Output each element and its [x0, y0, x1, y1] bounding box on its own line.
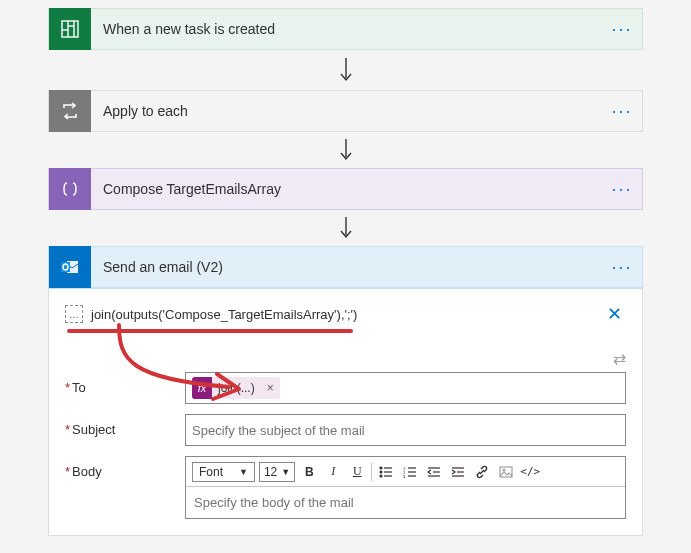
compose-icon — [49, 168, 91, 210]
field-to-label: *To — [65, 372, 185, 395]
underline-button[interactable]: U — [347, 462, 367, 482]
font-select[interactable]: Font▼ — [192, 462, 255, 482]
svg-rect-0 — [62, 21, 78, 37]
step-apply-to-each[interactable]: Apply to each ··· — [48, 90, 643, 132]
field-subject-label: *Subject — [65, 414, 185, 437]
image-button[interactable] — [496, 462, 516, 482]
connector-arrow — [48, 210, 643, 246]
switch-mode-icon[interactable]: ⇄ — [613, 349, 626, 368]
to-input[interactable]: fx join(...) × — [185, 372, 626, 404]
field-to-row: *To fx join(...) × — [65, 372, 626, 404]
outdent-button[interactable] — [424, 462, 444, 482]
code-view-button[interactable]: </> — [520, 462, 540, 482]
more-menu-icon[interactable]: ··· — [602, 101, 642, 122]
italic-button[interactable]: I — [323, 462, 343, 482]
link-button[interactable] — [472, 462, 492, 482]
subject-input[interactable]: Specify the subject of the mail — [185, 414, 626, 446]
indent-button[interactable] — [448, 462, 468, 482]
expression-token[interactable]: fx join(...) × — [192, 377, 280, 399]
step-title: Send an email (V2) — [91, 259, 602, 275]
token-label: join(...) — [212, 381, 261, 395]
step-title: When a new task is created — [91, 21, 602, 37]
body-editor: Font▼ 12▼ B I U 123 — [185, 456, 626, 519]
chevron-down-icon: ▼ — [239, 467, 248, 477]
close-icon[interactable]: ✕ — [603, 303, 626, 325]
loop-icon — [49, 90, 91, 132]
number-list-button[interactable]: 123 — [400, 462, 420, 482]
body-input[interactable]: Specify the body of the mail — [186, 487, 625, 518]
planner-icon — [49, 8, 91, 50]
more-menu-icon[interactable]: ··· — [602, 19, 642, 40]
field-body-label: *Body — [65, 456, 185, 479]
svg-rect-29 — [500, 467, 512, 477]
field-body-row: *Body Font▼ 12▼ B I U — [65, 456, 626, 519]
outlook-icon — [49, 246, 91, 288]
svg-point-30 — [503, 469, 505, 471]
expression-icon: … — [65, 305, 83, 323]
svg-point-11 — [380, 467, 382, 469]
size-select[interactable]: 12▼ — [259, 462, 295, 482]
svg-text:3: 3 — [403, 474, 406, 478]
step-title: Compose TargetEmailsArray — [91, 181, 602, 197]
flow-canvas: When a new task is created ··· Apply to … — [0, 0, 691, 536]
rte-toolbar: Font▼ 12▼ B I U 123 — [186, 457, 625, 487]
divider — [371, 463, 372, 481]
svg-point-15 — [380, 475, 382, 477]
svg-point-13 — [380, 471, 382, 473]
step-title: Apply to each — [91, 103, 602, 119]
annotation-underline — [65, 331, 626, 349]
step-send-email-body: … join(outputs('Compose_TargetEmailsArra… — [48, 288, 643, 536]
connector-arrow — [48, 50, 643, 90]
expression-text: join(outputs('Compose_TargetEmailsArray'… — [91, 307, 357, 322]
chevron-down-icon: ▼ — [281, 467, 290, 477]
bullet-list-button[interactable] — [376, 462, 396, 482]
connector-arrow — [48, 132, 643, 168]
step-compose[interactable]: Compose TargetEmailsArray ··· — [48, 168, 643, 210]
step-trigger[interactable]: When a new task is created ··· — [48, 8, 643, 50]
expression-peek: … join(outputs('Compose_TargetEmailsArra… — [65, 303, 626, 325]
more-menu-icon[interactable]: ··· — [602, 257, 642, 278]
bold-button[interactable]: B — [299, 462, 319, 482]
token-remove-icon[interactable]: × — [261, 381, 280, 395]
step-send-email[interactable]: Send an email (V2) ··· — [48, 246, 643, 288]
more-menu-icon[interactable]: ··· — [602, 179, 642, 200]
field-subject-row: *Subject Specify the subject of the mail — [65, 414, 626, 446]
switch-mode-row: ⇄ — [65, 349, 626, 368]
fx-icon: fx — [192, 377, 212, 399]
